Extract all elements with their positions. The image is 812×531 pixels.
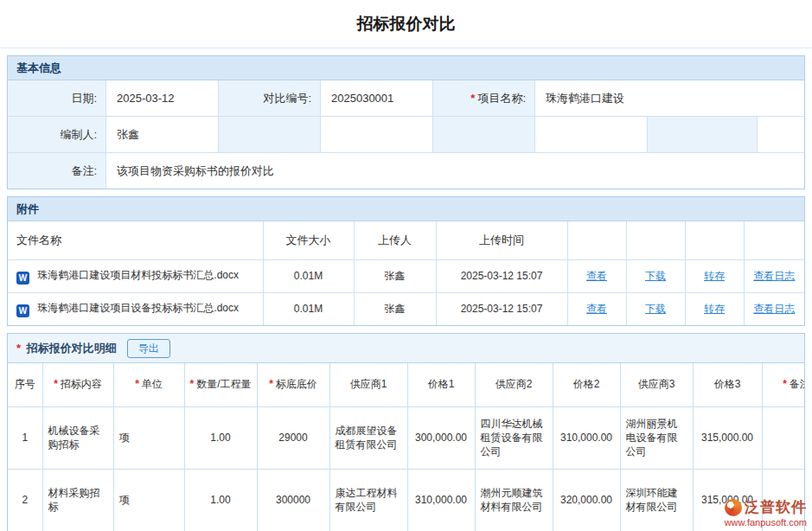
download-link[interactable]: 下载 xyxy=(645,270,666,282)
attachment-uploader: 张鑫 xyxy=(354,292,436,325)
required-asterisk: * xyxy=(189,378,194,390)
author-label-text: 编制人: xyxy=(60,127,97,143)
detail-col-supplier1: 供应商1 xyxy=(329,363,407,406)
detail-col-price2: 价格2 xyxy=(553,363,620,406)
word-file-icon: W xyxy=(16,272,29,285)
detail-col-bid-content: *招标内容 xyxy=(42,363,113,406)
quantity-cell: 1.00 xyxy=(184,406,257,469)
attachments-col-action xyxy=(744,221,804,259)
empty-value-cell xyxy=(535,117,648,152)
detail-col-price1: 价格1 xyxy=(407,363,475,406)
attachment-file-size: 0.01M xyxy=(263,292,354,325)
view-link[interactable]: 查看 xyxy=(586,270,607,282)
quantity-cell: 1.00 xyxy=(184,469,257,531)
download-link[interactable]: 下载 xyxy=(645,303,666,315)
detail-row: 2 材料采购招标 项 1.00 300000 康达工程材料有限公司 310,00… xyxy=(8,469,804,531)
compare-no-value-text: 2025030001 xyxy=(331,92,393,105)
base-price-cell: 300000 xyxy=(257,469,329,531)
attachments-col-uploader: 上传人 xyxy=(354,221,436,259)
required-asterisk: * xyxy=(135,378,139,390)
detail-col-remark: *备注 xyxy=(762,363,804,406)
attachments-section-title: 附件 xyxy=(16,202,39,215)
bid-content-cell: 材料采购招标 xyxy=(42,469,113,531)
basic-info-section-header: 基本信息 xyxy=(8,56,804,80)
detail-col-price3: 价格3 xyxy=(693,363,762,406)
attachment-download-cell: 下载 xyxy=(626,259,685,292)
date-label: 日期: xyxy=(8,80,106,116)
remark-label: 备注: xyxy=(8,153,106,189)
price1-cell: 310,000.00 xyxy=(407,469,475,531)
attachments-col-name: 文件名称 xyxy=(8,221,263,259)
unit-cell: 项 xyxy=(113,469,184,531)
seq-cell: 1 xyxy=(8,406,42,469)
attachment-file-name: 珠海鹤港口建设项目设备投标标书汇总.docx xyxy=(37,302,239,314)
transfer-save-link[interactable]: 转存 xyxy=(704,270,725,282)
attachments-table: 文件名称 文件大小 上传人 上传时间 W 珠海鹤港口建设项目材料投标标书汇总.d… xyxy=(8,221,804,325)
detail-section-title: * 招标报价对比明细 xyxy=(16,341,117,356)
view-log-link[interactable]: 查看日志 xyxy=(753,303,795,315)
project-name-value: 珠海鹤港口建设 xyxy=(535,80,804,116)
bid-content-cell: 机械设备采购招标 xyxy=(42,406,113,469)
attachment-file-size: 0.01M xyxy=(263,259,354,292)
attachment-log-cell: 查看日志 xyxy=(744,292,804,325)
remark-value: 该项目物资采购标书的报价对比 xyxy=(106,153,804,189)
compare-no-value: 2025030001 xyxy=(321,80,433,116)
attachment-log-cell: 查看日志 xyxy=(744,259,804,292)
attachment-uploader: 张鑫 xyxy=(354,259,436,292)
detail-section: * 招标报价对比明细 导出 序号 *招标内容 *单位 *数量/工程量 xyxy=(7,333,805,531)
author-label: 编制人: xyxy=(8,117,106,152)
attachment-row: W 珠海鹤港口建设项目设备投标标书汇总.docx 0.01M 张鑫 2025-0… xyxy=(8,292,804,325)
supplier3-cell: 深圳环能建材有限公司 xyxy=(620,469,693,531)
view-link[interactable]: 查看 xyxy=(586,303,607,315)
attachment-file-name-cell: W 珠海鹤港口建设项目材料投标标书汇总.docx xyxy=(8,259,263,292)
basic-info-form: 日期: 2025-03-12 对比编号: 2025030001 * 项目名称: … xyxy=(8,80,804,189)
empty-value-cell xyxy=(758,117,804,152)
attachment-file-name-cell: W 珠海鹤港口建设项目设备投标标书汇总.docx xyxy=(8,292,263,325)
attachment-file-name: 珠海鹤港口建设项目材料投标标书汇总.docx xyxy=(37,269,239,281)
form-row: 日期: 2025-03-12 对比编号: 2025030001 * 项目名称: … xyxy=(8,80,804,117)
price2-cell: 320,000.00 xyxy=(553,469,620,531)
author-value: 张鑫 xyxy=(106,117,219,152)
attachment-row: W 珠海鹤港口建设项目材料投标标书汇总.docx 0.01M 张鑫 2025-0… xyxy=(8,259,804,292)
view-log-link[interactable]: 查看日志 xyxy=(753,270,795,282)
required-asterisk: * xyxy=(470,92,475,105)
page-title: 招标报价对比 xyxy=(0,0,812,48)
required-asterisk: * xyxy=(269,378,273,390)
form-row: 备注: 该项目物资采购标书的报价对比 xyxy=(8,153,804,189)
vendor-brand-text: 泛普软件 xyxy=(745,497,807,517)
project-name-label-text: 项目名称: xyxy=(477,91,526,106)
empty-value-cell xyxy=(321,117,433,152)
remark-label-text: 备注: xyxy=(71,163,97,179)
detail-row: 1 机械设备采购招标 项 1.00 29000 成都展望设备租赁有限公司 300… xyxy=(8,406,804,469)
required-asterisk: * xyxy=(783,378,787,390)
project-name-value-text: 珠海鹤港口建设 xyxy=(546,91,624,106)
attachments-section-header: 附件 xyxy=(8,197,804,221)
price1-cell: 300,000.00 xyxy=(407,406,475,469)
compare-no-label-text: 对比编号: xyxy=(263,91,311,106)
attachments-section: 附件 文件名称 文件大小 上传人 上传时间 xyxy=(7,196,805,326)
vendor-url-text: www.fanpusoft.com xyxy=(725,517,807,528)
vendor-watermark: 泛普软件 www.fanpusoft.com xyxy=(725,497,807,528)
attachments-header-row: 文件名称 文件大小 上传人 上传时间 xyxy=(8,221,804,259)
detail-header-row: 序号 *招标内容 *单位 *数量/工程量 *标底底价 供应商1 价格1 供应商2… xyxy=(8,363,804,406)
base-price-cell: 29000 xyxy=(257,406,329,469)
detail-col-seq: 序号 xyxy=(8,363,42,406)
required-asterisk: * xyxy=(54,378,58,390)
export-button[interactable]: 导出 xyxy=(127,339,170,358)
supplier2-cell: 潮州元顺建筑材料有限公司 xyxy=(475,469,553,531)
attachment-save-cell: 转存 xyxy=(685,259,744,292)
unit-cell: 项 xyxy=(113,406,184,469)
attachments-col-action xyxy=(685,221,744,259)
attachments-col-time: 上传时间 xyxy=(436,221,567,259)
date-value: 2025-03-12 xyxy=(106,80,219,116)
attachment-view-cell: 查看 xyxy=(567,292,626,325)
detail-section-header: * 招标报价对比明细 导出 xyxy=(8,334,804,363)
fanpu-logo-icon xyxy=(725,499,742,516)
detail-col-supplier3: 供应商3 xyxy=(620,363,693,406)
supplier2-cell: 四川华达机械租赁设备有限公司 xyxy=(475,406,553,469)
page: 招标报价对比 基本信息 日期: 2025-03-12 对比编号: 2025030… xyxy=(0,0,812,531)
remark-value-text: 该项目物资采购标书的报价对比 xyxy=(117,163,274,179)
detail-table: 序号 *招标内容 *单位 *数量/工程量 *标底底价 供应商1 价格1 供应商2… xyxy=(8,363,804,531)
transfer-save-link[interactable]: 转存 xyxy=(704,303,725,315)
supplier1-cell: 康达工程材料有限公司 xyxy=(329,469,407,531)
